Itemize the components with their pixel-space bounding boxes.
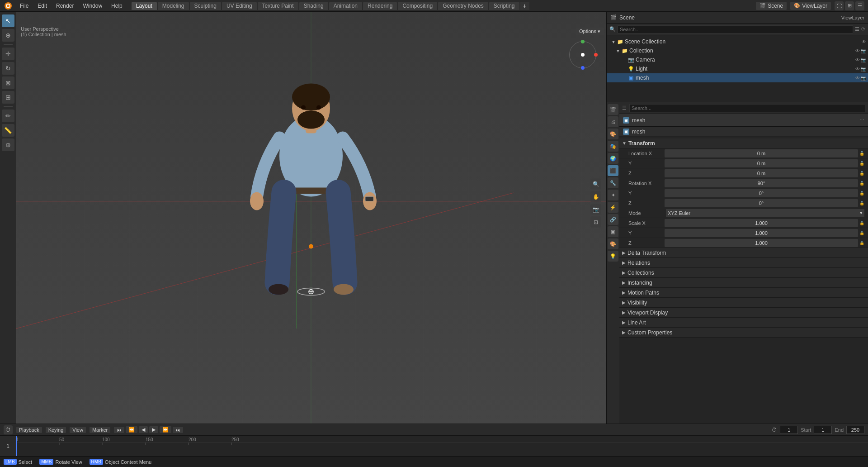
playback-menu-button[interactable]: Playback (16, 427, 42, 433)
measure-tool-button[interactable]: 📏 (2, 124, 14, 137)
filter-icon[interactable]: ☰ (855, 1, 864, 10)
fullscreen-icon[interactable]: ⛶ (835, 1, 844, 10)
tab-animation[interactable]: Animation (329, 2, 362, 10)
location-z-lock-icon[interactable]: 🔓 (859, 171, 864, 176)
tab-sculpting[interactable]: Sculpting (190, 2, 221, 10)
props-tab-material[interactable]: 🎨 (608, 238, 618, 249)
tab-layout[interactable]: Layout (132, 2, 157, 10)
scale-x-lock-icon[interactable]: 🔓 (859, 221, 864, 225)
relations-section[interactable]: ▶ Relations (619, 258, 868, 268)
tree-item-camera[interactable]: 📷 Camera 👁 📷 (607, 55, 868, 64)
timeline-body[interactable]: 1 50 100 150 200 250 1 (0, 436, 868, 456)
props-tab-world[interactable]: 🌍 (608, 153, 618, 164)
rotation-y-lock-icon[interactable]: 🔓 (859, 191, 864, 195)
cursor-tool-button[interactable]: ⊕ (2, 29, 14, 42)
properties-search-input[interactable] (629, 104, 865, 112)
step-forward-button[interactable]: ⏩ (160, 426, 171, 433)
light-visibility-icon[interactable]: 👁 (855, 67, 860, 71)
collection-render-icon[interactable]: 📷 (861, 48, 866, 53)
tree-item-collection[interactable]: ▼ 📁 Collection 👁 📷 (607, 46, 868, 55)
props-tab-constraints[interactable]: 🔗 (608, 214, 618, 225)
tab-shading[interactable]: Shading (299, 2, 328, 10)
play-button[interactable]: ▶ (149, 426, 158, 433)
tab-rendering[interactable]: Rendering (363, 2, 397, 10)
tab-texture-paint[interactable]: Texture Paint (258, 2, 298, 10)
object-name-options-icon[interactable]: ⋯ (859, 117, 864, 123)
rotation-z-field[interactable]: 0° (665, 199, 858, 207)
current-frame-input[interactable]: 1 (780, 426, 798, 434)
end-frame-input[interactable] (846, 426, 864, 434)
outliner-search-input[interactable] (618, 25, 853, 33)
line-art-section[interactable]: ▶ Line Art (619, 318, 868, 328)
view-menu-tl-button[interactable]: View (70, 427, 86, 433)
scale-z-field[interactable]: 1.000 (665, 239, 858, 247)
rotate-tool-button[interactable]: ↻ (2, 62, 14, 75)
location-y-field[interactable]: 0 m (665, 159, 858, 167)
scale-tool-button[interactable]: ⊠ (2, 76, 14, 89)
rotation-mode-dropdown[interactable]: XYZ Euler ▾ (666, 209, 864, 217)
zoom-tool-icon[interactable]: 🔍 (590, 179, 601, 190)
jump-end-button[interactable]: ⏭ (173, 427, 183, 433)
menu-render[interactable]: Render (52, 2, 77, 10)
props-tab-view-layer[interactable]: 🎨 (608, 129, 618, 139)
location-z-field[interactable]: 0 m (665, 169, 858, 177)
props-tab-data[interactable]: ▣ (608, 226, 618, 237)
props-tab-object[interactable]: ⬛ (608, 165, 618, 176)
navigation-gizmo[interactable] (567, 39, 599, 71)
menu-edit[interactable]: Edit (34, 2, 51, 10)
mesh-render-icon[interactable]: 📷 (861, 76, 866, 81)
viewport-canvas[interactable]: User Perspective (1) Collection | mesh O… (16, 12, 606, 424)
keying-menu-button[interactable]: Keying (46, 427, 66, 433)
location-x-lock-icon[interactable]: 🔓 (859, 151, 864, 156)
tree-item-mesh[interactable]: ▣ mesh 👁 📷 (607, 73, 868, 82)
light-render-icon[interactable]: 📷 (861, 67, 866, 71)
transform-tool-button[interactable]: ⊞ (2, 91, 14, 104)
collection-visibility-icon[interactable]: 👁 (855, 48, 860, 53)
data-options-icon[interactable]: ⋯ (859, 129, 864, 134)
rotation-y-field[interactable]: 0° (665, 189, 858, 197)
move-tool-button[interactable]: ✛ (2, 48, 14, 60)
rotation-z-lock-icon[interactable]: 🔓 (859, 201, 864, 205)
props-tab-physics[interactable]: ⚡ (608, 202, 618, 213)
start-frame-input[interactable] (814, 426, 832, 434)
rotation-x-field[interactable]: 90° (665, 179, 858, 187)
instancing-section[interactable]: ▶ Instancing (619, 278, 868, 288)
delta-transform-section[interactable]: ▶ Delta Transform (619, 248, 868, 258)
tab-uv-editing[interactable]: UV Editing (222, 2, 257, 10)
rotation-x-lock-icon[interactable]: 🔓 (859, 181, 864, 186)
menu-file[interactable]: File (16, 2, 32, 10)
viewport-options-button[interactable]: Options ▾ (576, 28, 604, 35)
collections-section[interactable]: ▶ Collections (619, 268, 868, 278)
play-reverse-button[interactable]: ◀ (139, 426, 148, 433)
pan-tool-icon[interactable]: ✋ (590, 191, 601, 202)
props-tab-particles[interactable]: ✦ (608, 190, 618, 200)
step-back-button[interactable]: ⏪ (126, 426, 137, 433)
perspective-view-icon[interactable]: ⊡ (590, 217, 601, 228)
tab-compositing[interactable]: Compositing (398, 2, 437, 10)
props-tab-shading[interactable]: 💡 (608, 251, 618, 262)
props-tab-modifiers[interactable]: 🔧 (608, 177, 618, 188)
visibility-section[interactable]: ▶ Visibility (619, 298, 868, 308)
scale-y-field[interactable]: 1.000 (665, 229, 858, 237)
transform-section-header[interactable]: ▼ Transform (619, 138, 868, 148)
tab-scripting[interactable]: Scripting (489, 2, 519, 10)
add-object-tool-button[interactable]: ⊕ (2, 138, 14, 151)
scale-y-lock-icon[interactable]: 🔓 (859, 231, 864, 235)
viewport-display-section[interactable]: ▶ Viewport Display (619, 308, 868, 318)
select-tool-button[interactable]: ↖ (2, 14, 14, 27)
props-tab-render[interactable]: 🎬 (608, 104, 618, 115)
motion-paths-section[interactable]: ▶ Motion Paths (619, 288, 868, 298)
camera-visibility-icon[interactable]: 👁 (855, 57, 860, 62)
camera-render-icon[interactable]: 📷 (861, 57, 866, 62)
scene-collection-eye-icon[interactable]: 👁 (862, 39, 866, 44)
add-workspace-button[interactable]: + (520, 2, 529, 10)
jump-start-button[interactable]: ⏮ (114, 427, 124, 433)
props-tab-output[interactable]: 🖨 (608, 116, 618, 127)
viewport[interactable]: Object Mode | View Select Add Object Glo… (16, 12, 606, 424)
menu-window[interactable]: Window (79, 2, 106, 10)
tree-item-scene-collection[interactable]: ▼ 📁 Scene Collection 👁 (607, 37, 868, 46)
tab-modeling[interactable]: Modeling (158, 2, 189, 10)
screen-icon[interactable]: ⊞ (845, 1, 854, 10)
menu-help[interactable]: Help (108, 2, 126, 10)
tree-item-light[interactable]: 💡 Light 👁 📷 (607, 64, 868, 73)
